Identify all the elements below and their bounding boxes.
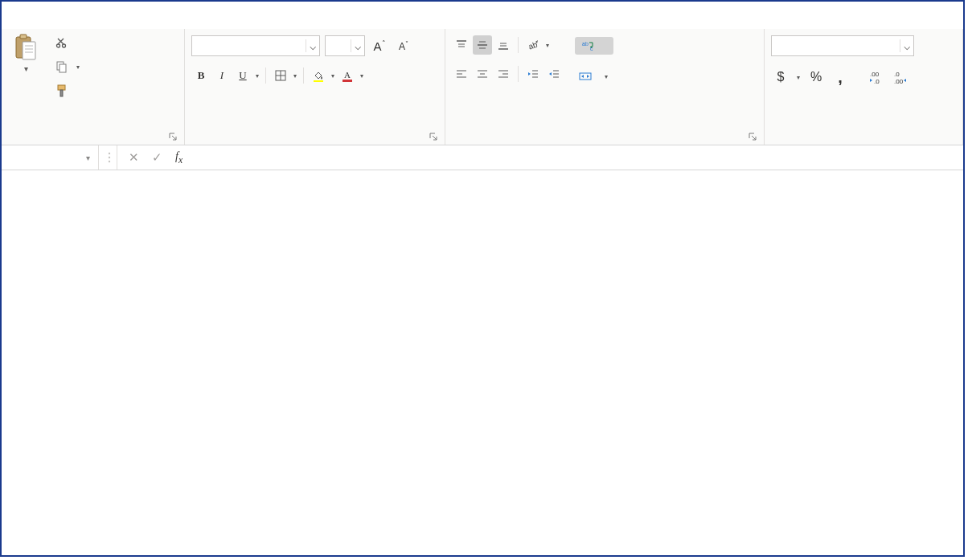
chevron-down-icon[interactable]: ⌵ — [351, 39, 364, 52]
increase-decimal-button[interactable]: .00.0 — [868, 67, 887, 87]
dialog-launcher-icon[interactable] — [748, 132, 757, 141]
chevron-down-icon[interactable]: ⌵ — [306, 39, 319, 52]
chevron-down-icon[interactable]: ▾ — [254, 72, 260, 80]
cancel-formula-button[interactable]: ✕ — [129, 150, 139, 165]
chevron-down-icon[interactable]: ▾ — [603, 73, 609, 80]
dialog-launcher-icon[interactable] — [168, 132, 178, 141]
bold-button[interactable]: B — [191, 66, 211, 85]
wrap-text-button[interactable]: abc — [575, 37, 613, 55]
svg-text:ab: ab — [582, 41, 589, 47]
increase-indent-button[interactable] — [544, 64, 564, 84]
chevron-down-icon[interactable]: ⌵ — [900, 39, 913, 52]
svg-text:.0: .0 — [894, 71, 900, 78]
paste-icon — [14, 34, 38, 61]
copy-icon — [55, 60, 68, 73]
chevron-down-icon[interactable]: ▾ — [330, 72, 336, 80]
group-font: ⌵ ⌵ A˄ A˅ B I U ▾ ▾ ▾ A — [185, 29, 445, 145]
svg-point-51 — [109, 157, 110, 158]
font-color-button[interactable]: A — [338, 66, 357, 85]
align-middle-button[interactable] — [473, 35, 492, 55]
group-clipboard: ▾ ▾ — [2, 29, 185, 145]
percent-button[interactable]: % — [806, 67, 826, 87]
merge-center-button[interactable]: ▾ — [575, 67, 613, 85]
align-top-button[interactable] — [452, 35, 471, 55]
chevron-down-icon[interactable]: ▾ — [80, 153, 95, 162]
svg-point-6 — [57, 44, 60, 47]
cut-button[interactable] — [51, 34, 85, 51]
svg-point-52 — [109, 161, 110, 162]
format-painter-button[interactable] — [51, 82, 85, 100]
paste-button[interactable]: ▾ — [8, 32, 43, 73]
align-center-button[interactable] — [473, 64, 492, 84]
svg-text:.0: .0 — [874, 78, 880, 85]
borders-button[interactable] — [271, 66, 290, 85]
align-left-button[interactable] — [452, 64, 471, 84]
decrease-indent-button[interactable] — [523, 64, 543, 84]
svg-rect-1 — [20, 35, 27, 39]
font-name-combo[interactable]: ⌵ — [191, 35, 320, 56]
separator — [518, 66, 519, 82]
increase-font-size-button[interactable]: A˄ — [370, 36, 389, 55]
chevron-down-icon[interactable]: ▾ — [544, 42, 551, 49]
number-format-combo[interactable]: ⌵ — [771, 35, 914, 56]
ribbon: ▾ ▾ — [2, 29, 963, 145]
orientation-button[interactable]: ab — [523, 35, 543, 55]
svg-text:.00: .00 — [870, 71, 880, 78]
name-box-input[interactable] — [2, 152, 80, 164]
currency-button[interactable]: $ — [771, 67, 790, 87]
formula-bar-options-icon[interactable] — [102, 145, 117, 170]
formula-input[interactable] — [194, 151, 963, 164]
ribbon-tabs — [2, 2, 963, 29]
scissors-icon — [55, 36, 68, 49]
underline-button[interactable]: U — [233, 66, 252, 85]
svg-rect-10 — [58, 85, 65, 90]
svg-rect-11 — [60, 90, 63, 96]
chevron-down-icon[interactable]: ▾ — [359, 72, 365, 80]
svg-rect-2 — [23, 42, 35, 59]
insert-function-button[interactable]: fx — [175, 150, 183, 166]
dialog-launcher-icon[interactable] — [429, 132, 438, 141]
svg-point-50 — [109, 153, 110, 154]
separator — [303, 67, 304, 84]
formula-bar: ▾ ✕ ✓ fx — [2, 145, 963, 170]
decrease-decimal-button[interactable]: .0.00 — [892, 67, 911, 87]
svg-rect-17 — [342, 80, 352, 82]
formula-bar-buttons: ✕ ✓ fx — [117, 150, 194, 166]
copy-button[interactable]: ▾ — [51, 58, 85, 76]
align-bottom-button[interactable] — [494, 35, 513, 55]
chevron-down-icon[interactable]: ▾ — [292, 72, 298, 80]
separator — [518, 37, 519, 53]
svg-text:.00: .00 — [894, 78, 904, 85]
group-alignment: ab ▾ abc — [445, 29, 765, 145]
align-right-button[interactable] — [494, 64, 513, 84]
svg-point-7 — [63, 44, 66, 47]
name-box[interactable]: ▾ — [2, 145, 99, 170]
enter-formula-button[interactable]: ✓ — [152, 150, 162, 165]
svg-rect-15 — [314, 80, 323, 82]
svg-text:c: c — [590, 46, 593, 51]
fill-color-button[interactable] — [309, 66, 328, 85]
wrap-text-icon: abc — [581, 39, 594, 52]
separator — [265, 67, 266, 84]
merge-center-icon — [579, 70, 592, 83]
svg-text:A: A — [344, 70, 351, 80]
comma-style-button[interactable]: , — [831, 67, 850, 87]
paintbrush-icon — [55, 84, 68, 97]
chevron-down-icon[interactable]: ▾ — [75, 63, 81, 71]
chevron-down-icon[interactable]: ▾ — [795, 74, 802, 81]
group-number: ⌵ $ ▾ % , .00.0 .0.00 — [765, 29, 963, 145]
chevron-down-icon: ▾ — [24, 64, 28, 73]
svg-rect-9 — [59, 64, 66, 72]
decrease-font-size-button[interactable]: A˅ — [394, 36, 413, 55]
italic-button[interactable]: I — [212, 66, 232, 85]
font-size-combo[interactable]: ⌵ — [325, 35, 365, 56]
